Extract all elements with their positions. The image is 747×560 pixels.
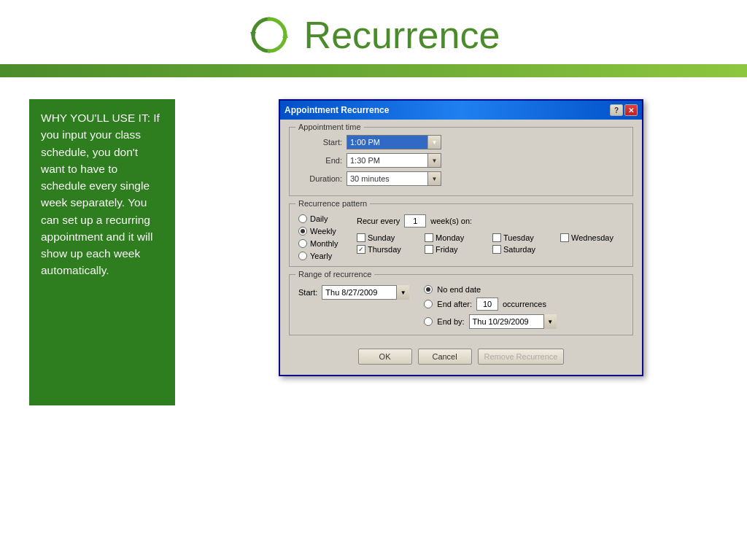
recurrence-pattern-group: Recurrence pattern Daily Weekly [289,203,633,267]
range-label: Range of recurrence [295,270,374,279]
main-content: WHY YOU'LL USE IT: If you input your cla… [0,77,747,420]
start-label: Start: [298,138,342,147]
end-by-dropdown-arrow[interactable]: ▼ [543,314,557,329]
checkbox-friday[interactable] [425,245,433,254]
recurrence-icon [247,13,291,57]
radio-monthly-circle[interactable] [298,239,307,248]
checkbox-monday[interactable] [425,233,433,242]
end-by-option[interactable]: End by: Thu 10/29/2009 ▼ [424,314,556,329]
recur-right: Recur every week(s) on: Sunday [357,214,624,260]
range-start-select[interactable]: Thu 8/27/2009 ▼ [322,285,409,300]
range-content: Start: Thu 8/27/2009 ▼ [298,285,624,329]
week-label: week(s) on: [430,217,472,225]
radio-monthly[interactable]: Monthly [298,239,349,248]
start-dropdown-arrow[interactable]: ▼ [427,136,441,149]
ok-button[interactable]: OK [358,349,412,365]
day-monday[interactable]: Monday [425,233,488,242]
dialog-title: Appointment Recurrence [285,105,389,115]
end-after-label: End after: [437,300,472,308]
end-by-select[interactable]: Thu 10/29/2009 ▼ [469,314,557,329]
end-after-option[interactable]: End after: occurrences [424,298,556,311]
end-after-input[interactable] [476,298,498,311]
day-thursday[interactable]: Thursday [357,245,420,254]
day-friday[interactable]: Friday [425,245,488,254]
dialog-wrapper: Appointment Recurrence ? ✕ Appointment t… [204,99,718,376]
header: Recurrence [0,0,747,64]
recur-top-row: Recur every week(s) on: [357,214,624,228]
radio-yearly[interactable]: Yearly [298,252,349,260]
duration-row: Duration: 30 minutes ▼ [298,171,624,186]
info-text: WHY YOU'LL USE IT: If you input your cla… [41,112,160,276]
end-dropdown-arrow[interactable]: ▼ [427,154,441,167]
radio-yearly-circle[interactable] [298,252,307,260]
dialog-body: Appointment time Start: 1:00 PM ▼ End: [280,120,642,375]
no-end-label: No end date [437,285,481,294]
recur-every-label: Recur every [357,217,400,225]
duration-select-wrapper: 30 minutes ▼ [347,171,441,186]
end-by-label: End by: [437,317,464,326]
range-start-dropdown-arrow[interactable]: ▼ [396,285,409,300]
recur-every-input[interactable] [404,214,426,228]
appointment-time-label: Appointment time [295,122,364,131]
duration-select[interactable]: 30 minutes ▼ [347,171,441,186]
svg-marker-1 [282,32,288,38]
occurrences-label: occurrences [503,300,546,308]
end-after-radio[interactable] [424,300,433,308]
checkbox-wednesday[interactable] [560,233,569,242]
end-select-wrapper: 1:30 PM ▼ [347,153,441,168]
info-box: WHY YOU'LL USE IT: If you input your cla… [29,99,175,405]
cancel-button[interactable]: Cancel [418,349,472,365]
start-row: Start: 1:00 PM ▼ [298,135,624,149]
end-row: End: 1:30 PM ▼ [298,153,624,168]
svg-marker-0 [250,32,256,38]
button-row: OK Cancel Remove Recurrence [289,343,633,368]
recurrence-pattern-label: Recurrence pattern [295,199,370,208]
checkbox-saturday[interactable] [492,245,501,254]
duration-dropdown-arrow[interactable]: ▼ [427,172,441,185]
radio-weekly[interactable]: Weekly [298,227,349,236]
radio-daily[interactable]: Daily [298,214,349,223]
day-saturday[interactable]: Saturday [492,245,556,254]
dialog-titlebar: Appointment Recurrence ? ✕ [280,101,642,120]
checkbox-thursday[interactable] [357,245,365,254]
range-of-recurrence-group: Range of recurrence Start: Thu 8/27/2009… [289,274,633,335]
page-title: Recurrence [304,13,500,57]
days-grid: Sunday Monday Tuesday [357,233,624,254]
appointment-time-group: Appointment time Start: 1:00 PM ▼ End: [289,127,633,196]
radio-column: Daily Weekly Monthly [298,214,349,260]
range-options: No end date End after: occurrences [424,285,556,329]
no-end-radio[interactable] [424,285,433,294]
end-select[interactable]: 1:30 PM ▼ [347,153,441,168]
range-start-label: Start: [298,288,317,297]
end-by-select-wrapper: Thu 10/29/2009 ▼ [469,314,557,329]
duration-label: Duration: [298,174,342,183]
range-start-select-wrapper: Thu 8/27/2009 ▼ [322,285,409,300]
green-stripe [0,64,747,77]
checkbox-tuesday[interactable] [492,233,501,242]
radio-weekly-circle[interactable] [298,227,307,236]
start-select[interactable]: 1:00 PM ▼ [347,135,441,149]
start-select-wrapper: 1:00 PM ▼ [347,135,441,149]
day-tuesday[interactable]: Tuesday [492,233,556,242]
close-button[interactable]: ✕ [624,104,638,116]
titlebar-buttons: ? ✕ [610,104,638,116]
no-end-date-option[interactable]: No end date [424,285,556,294]
day-sunday[interactable]: Sunday [357,233,420,242]
appointment-recurrence-dialog: Appointment Recurrence ? ✕ Appointment t… [279,99,643,376]
range-start-row: Start: Thu 8/27/2009 ▼ [298,285,409,300]
day-wednesday[interactable]: Wednesday [560,233,624,242]
help-button[interactable]: ? [610,104,623,116]
pattern-content: Daily Weekly Monthly [298,214,624,260]
end-by-radio[interactable] [424,317,433,326]
checkbox-sunday[interactable] [357,233,365,242]
remove-recurrence-button[interactable]: Remove Recurrence [478,349,565,365]
end-label: End: [298,156,342,165]
radio-daily-circle[interactable] [298,214,307,223]
